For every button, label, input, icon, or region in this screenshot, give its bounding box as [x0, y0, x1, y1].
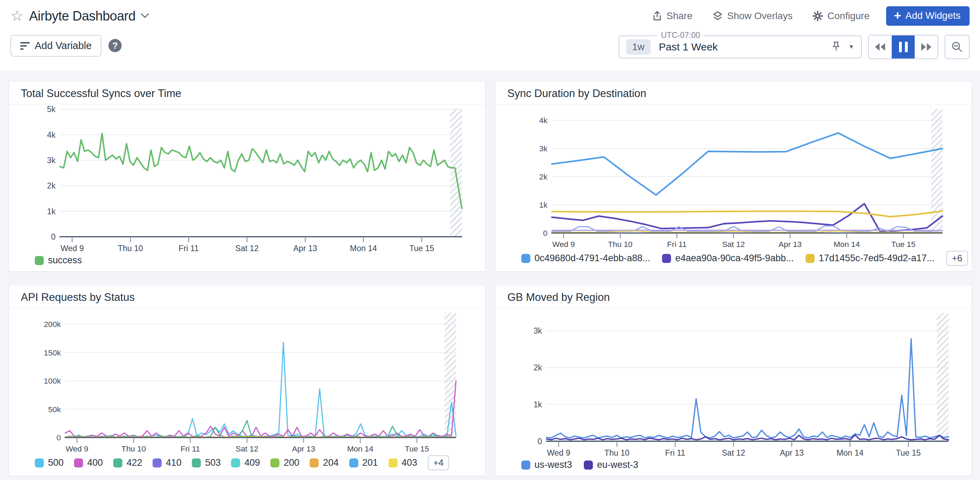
legend-swatch: [349, 458, 358, 467]
chart-legend: us-west3eu-west-3: [496, 458, 972, 476]
svg-text:Thu 10: Thu 10: [605, 448, 630, 458]
svg-text:5k: 5k: [47, 105, 56, 114]
svg-text:Apr 13: Apr 13: [292, 444, 315, 453]
legend-label: 17d1455c-7ed5-49d2-a17...: [819, 253, 934, 264]
chart-gb-moved-by-region[interactable]: 01k2k3kWed 9Thu 10Fri 11Sat 12Apr 13Mon …: [496, 309, 972, 458]
fast-forward-button[interactable]: [915, 35, 938, 59]
timeframe-value: Past 1 Week: [659, 41, 718, 53]
zoom-out-button[interactable]: [945, 35, 970, 59]
title-chevron-down-icon[interactable]: [140, 13, 150, 19]
svg-text:1k: 1k: [539, 200, 548, 209]
widget-title: Sync Duration by Destination: [496, 81, 972, 105]
legend-item[interactable]: 403: [388, 458, 417, 468]
legend-item[interactable]: 17d1455c-7ed5-49d2-a17...: [805, 253, 934, 264]
legend-item[interactable]: 400: [74, 458, 103, 468]
legend-swatch: [584, 461, 593, 470]
legend-more-badge[interactable]: +4: [428, 455, 449, 470]
svg-text:Tue 15: Tue 15: [891, 240, 916, 249]
show-overlays-button[interactable]: Show Overlays: [712, 10, 793, 22]
legend-label: 409: [244, 458, 260, 468]
svg-text:Fri 11: Fri 11: [180, 444, 200, 453]
legend-swatch: [192, 458, 201, 467]
legend-item[interactable]: 200: [270, 458, 299, 468]
share-icon: [652, 10, 662, 22]
svg-text:0: 0: [57, 433, 61, 442]
svg-text:3k: 3k: [539, 144, 548, 153]
legend-item[interactable]: e4aea90a-90ca-49f5-9abb...: [662, 253, 794, 264]
chart-legend: 500400422410503409200204201403+4: [9, 454, 485, 476]
legend-swatch: [521, 254, 530, 263]
svg-text:Apr 13: Apr 13: [778, 240, 802, 249]
svg-text:Mon 14: Mon 14: [347, 444, 374, 453]
svg-text:Sat 12: Sat 12: [722, 240, 745, 249]
legend-more-badge[interactable]: +6: [946, 251, 968, 266]
dashboard-header: ☆ Airbyte Dashboard Share Show Overlays: [0, 0, 980, 70]
timeframe-picker[interactable]: UTC-07:00 1w Past 1 Week ▼: [619, 35, 862, 59]
legend-item[interactable]: 500: [35, 458, 64, 468]
legend-swatch: [35, 256, 44, 265]
widget-total-successful-syncs: Total Successful Syncs over Time 01k2k3k…: [9, 81, 485, 272]
svg-text:4k: 4k: [47, 131, 56, 139]
widget-api-requests-by-status: API Requests by Status 050k100k150k200kW…: [9, 285, 485, 476]
legend-item[interactable]: success: [35, 255, 82, 266]
plus-icon: +: [894, 11, 901, 21]
svg-text:0: 0: [51, 232, 56, 241]
help-icon[interactable]: ?: [108, 39, 122, 52]
filter-icon: [20, 40, 30, 51]
legend-item[interactable]: eu-west-3: [584, 459, 638, 470]
pause-button[interactable]: [892, 35, 915, 59]
legend-item[interactable]: 0c49680d-4791-4ebb-a88...: [521, 253, 650, 264]
svg-text:2k: 2k: [539, 172, 548, 181]
pin-icon[interactable]: [832, 41, 841, 53]
rewind-button[interactable]: [869, 35, 892, 59]
svg-text:Wed 9: Wed 9: [60, 244, 84, 253]
legend-item[interactable]: 201: [349, 458, 378, 468]
legend-swatch: [113, 458, 123, 467]
legend-item[interactable]: 410: [153, 458, 181, 468]
legend-swatch: [388, 458, 398, 467]
timeframe-shortcut-badge: 1w: [626, 39, 651, 54]
legend-swatch: [662, 254, 671, 263]
legend-item[interactable]: 204: [310, 458, 339, 468]
svg-text:Sat 12: Sat 12: [235, 444, 259, 453]
svg-text:150k: 150k: [44, 348, 61, 357]
svg-text:Sat 12: Sat 12: [235, 244, 259, 253]
legend-label: 400: [87, 458, 103, 468]
legend-item[interactable]: 422: [113, 458, 142, 468]
legend-swatch: [270, 458, 279, 467]
svg-text:0: 0: [543, 228, 548, 238]
chart-legend: 0c49680d-4791-4ebb-a88...e4aea90a-90ca-4…: [496, 249, 972, 271]
share-button[interactable]: Share: [652, 10, 693, 22]
svg-text:Wed 9: Wed 9: [66, 444, 88, 453]
widget-sync-duration-by-destination: Sync Duration by Destination 01k2k3k4kWe…: [495, 81, 972, 272]
legend-label: eu-west-3: [597, 459, 638, 470]
layers-icon: [712, 10, 723, 22]
legend-label: us-west3: [535, 459, 572, 470]
legend-item[interactable]: 503: [192, 458, 221, 468]
legend-item[interactable]: 409: [231, 458, 260, 468]
svg-text:Fri 11: Fri 11: [667, 240, 687, 249]
legend-item[interactable]: us-west3: [521, 459, 572, 470]
svg-text:50k: 50k: [48, 405, 61, 414]
svg-text:Fri 11: Fri 11: [179, 244, 199, 253]
legend-label: 500: [48, 458, 64, 468]
legend-label: success: [48, 255, 82, 266]
legend-swatch: [310, 458, 319, 467]
svg-text:Tue 15: Tue 15: [409, 244, 434, 253]
add-variable-button[interactable]: Add Variable: [10, 35, 102, 57]
favorite-star-icon[interactable]: ☆: [10, 9, 24, 23]
svg-text:Sat 12: Sat 12: [722, 448, 745, 458]
svg-text:1k: 1k: [533, 400, 542, 409]
svg-text:1k: 1k: [47, 207, 56, 216]
chart-total-successful-syncs[interactable]: 01k2k3k4k5kWed 9Thu 10Fri 11Sat 12Apr 13…: [9, 105, 485, 254]
svg-text:200k: 200k: [44, 320, 61, 329]
configure-button[interactable]: Configure: [812, 10, 870, 22]
add-widgets-button[interactable]: + Add Widgets: [886, 6, 970, 26]
chart-api-requests-by-status[interactable]: 050k100k150k200kWed 9Thu 10Fri 11Sat 12A…: [9, 309, 485, 454]
svg-text:4k: 4k: [539, 116, 548, 125]
timeframe-caret-icon[interactable]: ▼: [848, 43, 854, 50]
svg-text:Thu 10: Thu 10: [118, 244, 143, 253]
widget-title: Total Successful Syncs over Time: [9, 81, 485, 105]
svg-text:Tue 15: Tue 15: [405, 444, 429, 453]
chart-sync-duration-by-destination[interactable]: 01k2k3k4kWed 9Thu 10Fri 11Sat 12Apr 13Mo…: [496, 105, 972, 249]
